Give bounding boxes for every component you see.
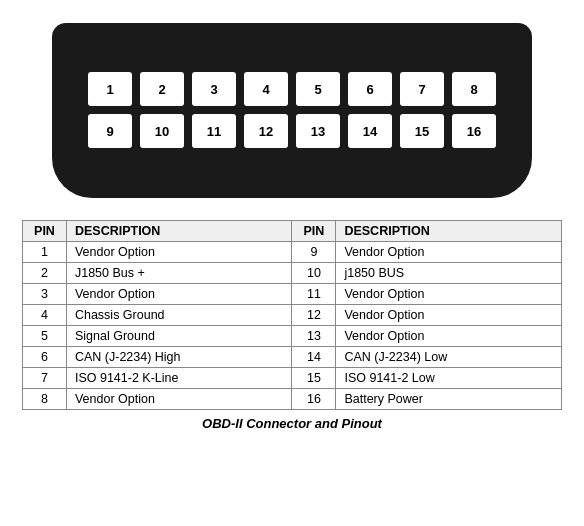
cell-desc1-row0: Vendor Option bbox=[66, 242, 292, 263]
pin-12: 12 bbox=[244, 114, 288, 148]
cell-desc2-row5: CAN (J-2234) Low bbox=[336, 347, 562, 368]
table-row: 5Signal Ground13Vendor Option bbox=[23, 326, 562, 347]
cell-desc1-row6: ISO 9141-2 K-Line bbox=[66, 368, 292, 389]
cell-pin2-row3: 12 bbox=[292, 305, 336, 326]
pin-1: 1 bbox=[88, 72, 132, 106]
cell-pin2-row4: 13 bbox=[292, 326, 336, 347]
cell-desc2-row7: Battery Power bbox=[336, 389, 562, 410]
cell-desc2-row0: Vendor Option bbox=[336, 242, 562, 263]
obd-connector: 12345678 910111213141516 bbox=[52, 23, 532, 198]
cell-pin1-row0: 1 bbox=[23, 242, 67, 263]
header-desc2: DESCRIPTION bbox=[336, 221, 562, 242]
cell-pin1-row3: 4 bbox=[23, 305, 67, 326]
header-pin2: PIN bbox=[292, 221, 336, 242]
pin-10: 10 bbox=[140, 114, 184, 148]
cell-desc1-row3: Chassis Ground bbox=[66, 305, 292, 326]
cell-pin2-row0: 9 bbox=[292, 242, 336, 263]
connector-diagram: 12345678 910111213141516 bbox=[32, 10, 552, 210]
cell-desc2-row6: ISO 9141-2 Low bbox=[336, 368, 562, 389]
pin-4: 4 bbox=[244, 72, 288, 106]
table-header-row: PIN DESCRIPTION PIN DESCRIPTION bbox=[23, 221, 562, 242]
table-row: 4Chassis Ground12Vendor Option bbox=[23, 305, 562, 326]
pinout-table: PIN DESCRIPTION PIN DESCRIPTION 1Vendor … bbox=[22, 220, 562, 410]
cell-pin2-row2: 11 bbox=[292, 284, 336, 305]
pin-7: 7 bbox=[400, 72, 444, 106]
cell-pin1-row4: 5 bbox=[23, 326, 67, 347]
cell-pin1-row5: 6 bbox=[23, 347, 67, 368]
cell-pin1-row6: 7 bbox=[23, 368, 67, 389]
pin-5: 5 bbox=[296, 72, 340, 106]
cell-desc2-row2: Vendor Option bbox=[336, 284, 562, 305]
cell-desc1-row7: Vendor Option bbox=[66, 389, 292, 410]
cell-pin2-row5: 14 bbox=[292, 347, 336, 368]
cell-desc2-row3: Vendor Option bbox=[336, 305, 562, 326]
pin-9: 9 bbox=[88, 114, 132, 148]
cell-pin1-row2: 3 bbox=[23, 284, 67, 305]
pin-14: 14 bbox=[348, 114, 392, 148]
cell-desc1-row4: Signal Ground bbox=[66, 326, 292, 347]
cell-pin1-row7: 8 bbox=[23, 389, 67, 410]
cell-desc1-row2: Vendor Option bbox=[66, 284, 292, 305]
table-caption: OBD-II Connector and Pinout bbox=[202, 416, 382, 431]
cell-pin2-row1: 10 bbox=[292, 263, 336, 284]
cell-desc2-row1: j1850 BUS bbox=[336, 263, 562, 284]
pin-8: 8 bbox=[452, 72, 496, 106]
cell-desc1-row1: J1850 Bus + bbox=[66, 263, 292, 284]
header-desc1: DESCRIPTION bbox=[66, 221, 292, 242]
cell-desc2-row4: Vendor Option bbox=[336, 326, 562, 347]
pin-13: 13 bbox=[296, 114, 340, 148]
cell-pin2-row7: 16 bbox=[292, 389, 336, 410]
header-pin1: PIN bbox=[23, 221, 67, 242]
table-row: 3Vendor Option11Vendor Option bbox=[23, 284, 562, 305]
table-row: 7ISO 9141-2 K-Line15ISO 9141-2 Low bbox=[23, 368, 562, 389]
pin-row-top: 12345678 bbox=[88, 72, 496, 106]
pin-3: 3 bbox=[192, 72, 236, 106]
table-row: 1Vendor Option9Vendor Option bbox=[23, 242, 562, 263]
table-row: 6CAN (J-2234) High14CAN (J-2234) Low bbox=[23, 347, 562, 368]
cell-desc1-row5: CAN (J-2234) High bbox=[66, 347, 292, 368]
pin-6: 6 bbox=[348, 72, 392, 106]
pin-15: 15 bbox=[400, 114, 444, 148]
cell-pin2-row6: 15 bbox=[292, 368, 336, 389]
cell-pin1-row1: 2 bbox=[23, 263, 67, 284]
pin-16: 16 bbox=[452, 114, 496, 148]
pin-row-bottom: 910111213141516 bbox=[88, 114, 496, 148]
pin-2: 2 bbox=[140, 72, 184, 106]
pin-11: 11 bbox=[192, 114, 236, 148]
table-row: 2J1850 Bus +10j1850 BUS bbox=[23, 263, 562, 284]
table-row: 8Vendor Option16Battery Power bbox=[23, 389, 562, 410]
